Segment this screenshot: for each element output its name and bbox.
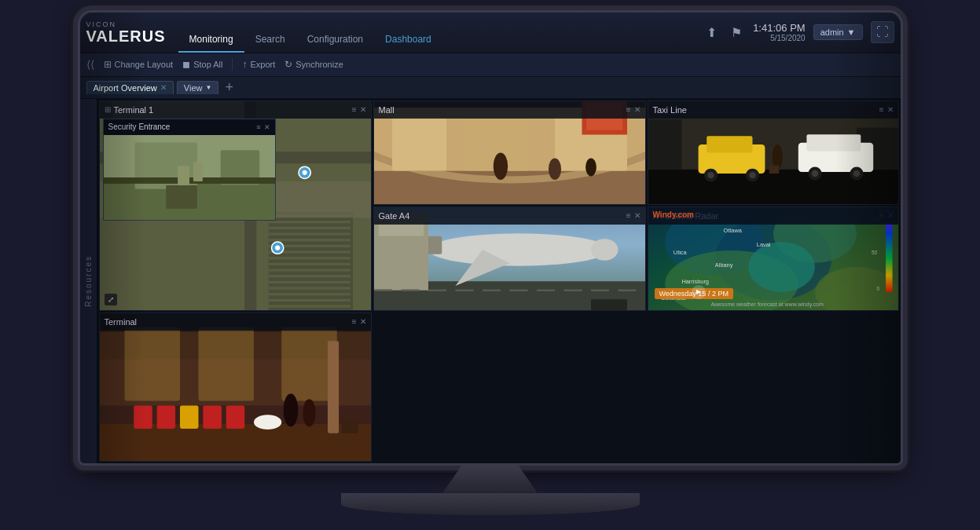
cell-taxi-menu-icon[interactable]: ≡ <box>879 105 884 114</box>
expand-aerial-button[interactable]: ⤢ <box>105 294 117 305</box>
svg-text:Harrisburg: Harrisburg <box>681 278 709 285</box>
svg-rect-68 <box>769 165 779 174</box>
popup-close-icon[interactable]: ✕ <box>264 123 270 131</box>
svg-point-45 <box>493 152 507 180</box>
windy-logo: Windy.com <box>653 210 695 219</box>
svg-point-47 <box>585 158 596 176</box>
svg-text:0: 0 <box>876 285 879 291</box>
svg-point-72 <box>591 239 618 261</box>
svg-rect-35 <box>178 166 189 185</box>
cell-terminal1-menu-icon[interactable]: ≡ <box>352 105 357 114</box>
fullscreen-button[interactable]: ⛶ <box>871 21 894 43</box>
tab-search[interactable]: Search <box>244 13 296 53</box>
svg-rect-12 <box>268 275 350 277</box>
sidebar-label: Resources <box>84 255 93 307</box>
synchronize-button[interactable]: ↻ Synchronize <box>284 59 343 70</box>
svg-rect-62 <box>806 134 861 151</box>
cell-taxi-header: Taxi Line ≡ ✕ <box>648 101 898 119</box>
sidebar-toggle-icon[interactable]: ⟨⟨ <box>86 58 94 71</box>
cell-mall-title: Mall <box>379 105 623 115</box>
cell-gate-title: Gate A4 <box>379 211 623 221</box>
stop-all-label: Stop All <box>193 60 222 69</box>
svg-rect-115 <box>341 419 358 433</box>
cell-terminal2-close-icon[interactable]: ✕ <box>360 317 366 326</box>
cell-mall: Mall ≡ ✕ <box>373 101 646 205</box>
toolbar: ⟨⟨ ⊞ Change Layout ◼ Stop All ↑ Export ↻… <box>80 53 901 77</box>
cell-gate-menu-icon[interactable]: ≡ <box>626 211 631 220</box>
svg-point-113 <box>283 393 298 426</box>
toolbar-separator-1 <box>232 58 233 71</box>
share-icon[interactable]: ⬆ <box>703 22 720 43</box>
terminal2-cam-view <box>100 313 371 461</box>
cell-taxi-close-icon[interactable]: ✕ <box>887 105 894 114</box>
export-label: Export <box>250 60 275 69</box>
tab-dashboard[interactable]: Dashboard <box>374 13 442 53</box>
svg-point-114 <box>303 399 315 426</box>
weather-play-button[interactable]: ▶ <box>692 285 706 299</box>
svg-rect-17 <box>268 305 350 307</box>
svg-rect-36 <box>193 162 202 181</box>
clock-date: 5/15/2020 <box>770 34 806 42</box>
cell-weather: NYS Wind Radar ≡ ✕ <box>648 207 899 311</box>
svg-rect-9 <box>268 257 350 259</box>
tab-search-label: Search <box>255 34 285 45</box>
svg-point-66 <box>853 170 859 176</box>
nav-tabs: Monitoring Search Configuration Dashboar… <box>178 13 442 53</box>
svg-rect-3 <box>268 221 350 223</box>
clock-time: 1:41:06 PM <box>753 22 806 34</box>
cell-terminal2-menu-icon[interactable]: ≡ <box>352 317 357 326</box>
svg-rect-104 <box>198 327 254 400</box>
cell-taxi-title: Taxi Line <box>653 105 876 115</box>
play-icon: ▶ <box>696 288 701 295</box>
svg-rect-107 <box>156 405 175 428</box>
app-ui: VICON VALERUS Monitoring Search Configur… <box>80 13 901 463</box>
tab-configuration[interactable]: Configuration <box>296 13 374 53</box>
cell-mall-menu-icon[interactable]: ≡ <box>626 105 631 114</box>
cell-gate-close-icon[interactable]: ✕ <box>634 211 640 220</box>
cell-mall-close-icon[interactable]: ✕ <box>634 105 640 114</box>
svg-rect-79 <box>591 299 627 310</box>
svg-rect-77 <box>378 222 424 236</box>
change-layout-button[interactable]: ⊞ Change Layout <box>104 59 174 70</box>
view-dropdown-tab[interactable]: View ▼ <box>177 81 219 94</box>
svg-rect-14 <box>268 287 350 289</box>
grid-icon: ⊞ <box>105 105 111 114</box>
weather-map-view: Sudbury Ottawa Utica Albany Harrisburg C… <box>648 207 898 310</box>
svg-point-86 <box>748 242 815 292</box>
top-nav: VICON VALERUS Monitoring Search Configur… <box>80 13 901 53</box>
popup-header: Security Entrance ≡ ✕ <box>104 119 275 135</box>
tab-monitoring[interactable]: Monitoring <box>178 13 244 53</box>
cell-terminal1-close-icon[interactable]: ✕ <box>360 105 366 114</box>
monitor-wrapper: VICON VALERUS Monitoring Search Configur… <box>58 10 923 521</box>
svg-text:Laval: Laval <box>756 240 770 247</box>
popup-menu-icon[interactable]: ≡ <box>256 123 260 131</box>
tab-close-icon[interactable]: ✕ <box>160 83 167 92</box>
flag-icon[interactable]: ⚑ <box>728 22 745 43</box>
cell-gate-a4: Gate A4 ≡ ✕ <box>373 207 646 311</box>
svg-rect-109 <box>203 405 222 428</box>
svg-rect-112 <box>328 341 339 433</box>
airport-overview-tab[interactable]: Airport Overview ✕ <box>86 81 174 94</box>
stop-all-button[interactable]: ◼ Stop All <box>182 59 222 70</box>
export-button[interactable]: ↑ Export <box>242 59 275 70</box>
svg-rect-10 <box>268 262 350 265</box>
svg-text:Utica: Utica <box>673 249 687 256</box>
tab-configuration-label: Configuration <box>307 34 363 45</box>
monitor-stand-base <box>341 493 640 515</box>
admin-button[interactable]: admin ▼ <box>813 24 863 40</box>
security-entrance-popup: Security Entrance ≡ ✕ <box>103 119 276 221</box>
svg-rect-13 <box>268 280 350 283</box>
cell-gate-header: Gate A4 ≡ ✕ <box>374 207 645 225</box>
cell-terminal1-header: ⊞ Terminal 1 ≡ ✕ <box>100 101 371 119</box>
tab-dashboard-label: Dashboard <box>385 34 431 45</box>
view-dropdown-label: View <box>184 83 203 93</box>
view-dropdown-arrow: ▼ <box>205 84 211 91</box>
cell-mall-header: Mall ≡ ✕ <box>374 101 645 119</box>
svg-point-58 <box>707 171 714 177</box>
export-icon: ↑ <box>242 59 247 70</box>
svg-rect-15 <box>268 293 350 295</box>
airport-overview-tab-label: Airport Overview <box>94 83 157 93</box>
weather-credit: Awesome weather forecast at www.windy.co… <box>711 302 824 307</box>
add-tab-button[interactable]: + <box>225 79 233 96</box>
svg-point-46 <box>548 158 560 180</box>
